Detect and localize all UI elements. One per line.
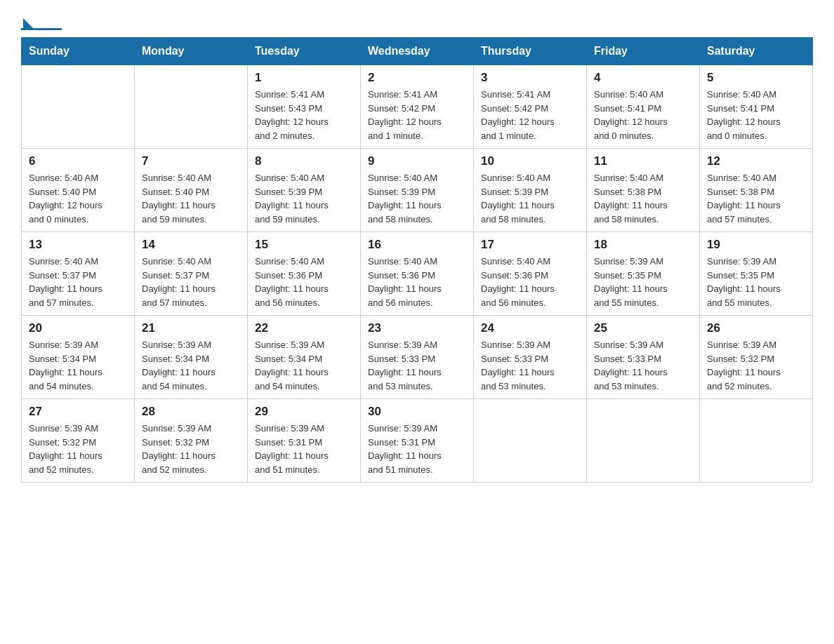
- calendar-cell: [135, 65, 248, 149]
- day-number: 9: [368, 154, 466, 168]
- calendar-cell: 7Sunrise: 5:40 AMSunset: 5:40 PMDaylight…: [135, 149, 248, 232]
- calendar-cell: 12Sunrise: 5:40 AMSunset: 5:38 PMDayligh…: [700, 149, 813, 232]
- calendar-cell: 8Sunrise: 5:40 AMSunset: 5:39 PMDaylight…: [248, 149, 361, 232]
- day-info: Sunrise: 5:40 AMSunset: 5:36 PMDaylight:…: [481, 255, 579, 309]
- day-number: 6: [29, 154, 127, 168]
- day-number: 13: [29, 238, 127, 252]
- day-info: Sunrise: 5:40 AMSunset: 5:37 PMDaylight:…: [142, 255, 240, 309]
- day-info: Sunrise: 5:39 AMSunset: 5:33 PMDaylight:…: [368, 338, 466, 393]
- day-info: Sunrise: 5:39 AMSunset: 5:34 PMDaylight:…: [142, 338, 240, 393]
- day-info: Sunrise: 5:41 AMSunset: 5:42 PMDaylight:…: [481, 88, 579, 142]
- calendar-cell: 29Sunrise: 5:39 AMSunset: 5:31 PMDayligh…: [248, 399, 361, 483]
- day-info: Sunrise: 5:40 AMSunset: 5:39 PMDaylight:…: [368, 171, 466, 226]
- day-number: 18: [594, 238, 692, 252]
- calendar-cell: 1Sunrise: 5:41 AMSunset: 5:43 PMDaylight…: [248, 65, 361, 149]
- day-number: 17: [481, 238, 579, 252]
- day-info: Sunrise: 5:39 AMSunset: 5:32 PMDaylight:…: [707, 338, 805, 393]
- day-info: Sunrise: 5:39 AMSunset: 5:34 PMDaylight:…: [29, 338, 127, 393]
- calendar-cell: 25Sunrise: 5:39 AMSunset: 5:33 PMDayligh…: [587, 316, 700, 399]
- calendar-cell: 13Sunrise: 5:40 AMSunset: 5:37 PMDayligh…: [22, 232, 135, 316]
- day-number: 26: [707, 321, 805, 335]
- calendar-cell: 22Sunrise: 5:39 AMSunset: 5:34 PMDayligh…: [248, 316, 361, 399]
- day-info: Sunrise: 5:40 AMSunset: 5:39 PMDaylight:…: [255, 171, 353, 226]
- calendar-cell: [700, 399, 813, 483]
- day-info: Sunrise: 5:40 AMSunset: 5:37 PMDaylight:…: [29, 255, 127, 309]
- day-number: 25: [594, 321, 692, 335]
- day-info: Sunrise: 5:40 AMSunset: 5:39 PMDaylight:…: [481, 171, 579, 226]
- page-header: [21, 14, 813, 30]
- day-number: 11: [594, 154, 692, 168]
- day-number: 16: [368, 238, 466, 252]
- calendar-cell: 17Sunrise: 5:40 AMSunset: 5:36 PMDayligh…: [474, 232, 587, 316]
- day-number: 30: [368, 405, 466, 419]
- day-info: Sunrise: 5:40 AMSunset: 5:36 PMDaylight:…: [255, 255, 353, 309]
- day-number: 2: [368, 71, 466, 85]
- calendar-header-saturday: Saturday: [700, 38, 813, 65]
- day-number: 14: [142, 238, 240, 252]
- day-number: 10: [481, 154, 579, 168]
- calendar-header-friday: Friday: [587, 38, 700, 65]
- calendar-week-row: 13Sunrise: 5:40 AMSunset: 5:37 PMDayligh…: [22, 232, 813, 316]
- day-number: 22: [255, 321, 353, 335]
- day-number: 20: [29, 321, 127, 335]
- logo: [21, 14, 65, 30]
- day-info: Sunrise: 5:39 AMSunset: 5:35 PMDaylight:…: [707, 255, 805, 309]
- day-number: 8: [255, 154, 353, 168]
- day-info: Sunrise: 5:40 AMSunset: 5:41 PMDaylight:…: [707, 88, 805, 142]
- calendar-cell: 6Sunrise: 5:40 AMSunset: 5:40 PMDaylight…: [22, 149, 135, 232]
- day-number: 21: [142, 321, 240, 335]
- day-info: Sunrise: 5:39 AMSunset: 5:32 PMDaylight:…: [142, 422, 240, 476]
- day-number: 28: [142, 405, 240, 419]
- day-info: Sunrise: 5:39 AMSunset: 5:35 PMDaylight:…: [594, 255, 692, 309]
- calendar-header-thursday: Thursday: [474, 38, 587, 65]
- day-info: Sunrise: 5:39 AMSunset: 5:34 PMDaylight:…: [255, 338, 353, 393]
- calendar-table: SundayMondayTuesdayWednesdayThursdayFrid…: [21, 37, 813, 483]
- calendar-week-row: 1Sunrise: 5:41 AMSunset: 5:43 PMDaylight…: [22, 65, 813, 149]
- calendar-cell: 28Sunrise: 5:39 AMSunset: 5:32 PMDayligh…: [135, 399, 248, 483]
- calendar-cell: 26Sunrise: 5:39 AMSunset: 5:32 PMDayligh…: [700, 316, 813, 399]
- calendar-cell: [22, 65, 135, 149]
- day-info: Sunrise: 5:40 AMSunset: 5:40 PMDaylight:…: [29, 171, 127, 226]
- logo-underline: [21, 28, 62, 30]
- calendar-cell: 9Sunrise: 5:40 AMSunset: 5:39 PMDaylight…: [361, 149, 474, 232]
- calendar-cell: 4Sunrise: 5:40 AMSunset: 5:41 PMDaylight…: [587, 65, 700, 149]
- day-number: 23: [368, 321, 466, 335]
- day-number: 1: [255, 71, 353, 85]
- calendar-header-sunday: Sunday: [22, 38, 135, 65]
- day-info: Sunrise: 5:39 AMSunset: 5:32 PMDaylight:…: [29, 422, 127, 476]
- calendar-cell: 21Sunrise: 5:39 AMSunset: 5:34 PMDayligh…: [135, 316, 248, 399]
- day-info: Sunrise: 5:40 AMSunset: 5:36 PMDaylight:…: [368, 255, 466, 309]
- calendar-cell: 24Sunrise: 5:39 AMSunset: 5:33 PMDayligh…: [474, 316, 587, 399]
- day-number: 24: [481, 321, 579, 335]
- day-info: Sunrise: 5:39 AMSunset: 5:31 PMDaylight:…: [368, 422, 466, 476]
- calendar-cell: 3Sunrise: 5:41 AMSunset: 5:42 PMDaylight…: [474, 65, 587, 149]
- calendar-week-row: 27Sunrise: 5:39 AMSunset: 5:32 PMDayligh…: [22, 399, 813, 483]
- day-info: Sunrise: 5:40 AMSunset: 5:41 PMDaylight:…: [594, 88, 692, 142]
- calendar-cell: 14Sunrise: 5:40 AMSunset: 5:37 PMDayligh…: [135, 232, 248, 316]
- day-number: 3: [481, 71, 579, 85]
- calendar-cell: 20Sunrise: 5:39 AMSunset: 5:34 PMDayligh…: [22, 316, 135, 399]
- day-number: 12: [707, 154, 805, 168]
- day-info: Sunrise: 5:41 AMSunset: 5:42 PMDaylight:…: [368, 88, 466, 142]
- calendar-cell: 27Sunrise: 5:39 AMSunset: 5:32 PMDayligh…: [22, 399, 135, 483]
- day-number: 4: [594, 71, 692, 85]
- calendar-cell: 15Sunrise: 5:40 AMSunset: 5:36 PMDayligh…: [248, 232, 361, 316]
- calendar-header-monday: Monday: [135, 38, 248, 65]
- calendar-header-row: SundayMondayTuesdayWednesdayThursdayFrid…: [22, 38, 813, 65]
- calendar-cell: [587, 399, 700, 483]
- calendar-cell: [474, 399, 587, 483]
- day-number: 19: [707, 238, 805, 252]
- calendar-cell: 30Sunrise: 5:39 AMSunset: 5:31 PMDayligh…: [361, 399, 474, 483]
- day-number: 29: [255, 405, 353, 419]
- day-info: Sunrise: 5:40 AMSunset: 5:38 PMDaylight:…: [707, 171, 805, 226]
- calendar-header-wednesday: Wednesday: [361, 38, 474, 65]
- calendar-cell: 23Sunrise: 5:39 AMSunset: 5:33 PMDayligh…: [361, 316, 474, 399]
- day-info: Sunrise: 5:39 AMSunset: 5:33 PMDaylight:…: [594, 338, 692, 393]
- calendar-header-tuesday: Tuesday: [248, 38, 361, 65]
- day-number: 15: [255, 238, 353, 252]
- calendar-cell: 19Sunrise: 5:39 AMSunset: 5:35 PMDayligh…: [700, 232, 813, 316]
- day-number: 27: [29, 405, 127, 419]
- calendar-week-row: 20Sunrise: 5:39 AMSunset: 5:34 PMDayligh…: [22, 316, 813, 399]
- day-info: Sunrise: 5:41 AMSunset: 5:43 PMDaylight:…: [255, 88, 353, 142]
- calendar-cell: 11Sunrise: 5:40 AMSunset: 5:38 PMDayligh…: [587, 149, 700, 232]
